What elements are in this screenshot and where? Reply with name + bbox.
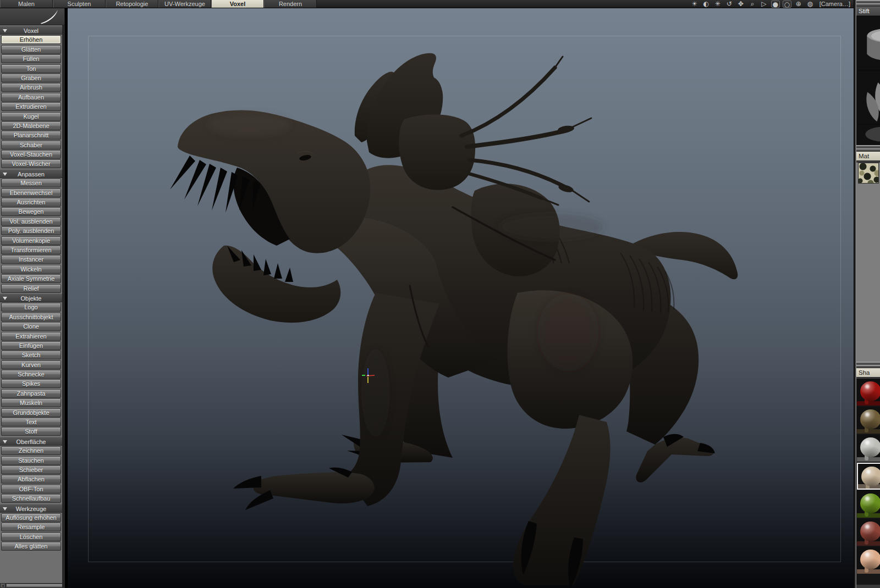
tool-button-füllen[interactable]: Füllen [1,54,61,63]
tool-button-wickeln[interactable]: Wickeln [1,265,61,274]
active-brush-preview[interactable] [0,8,65,25]
tool-button-instancer[interactable]: Instancer [1,255,61,264]
tool-button-voxel-stauchen[interactable]: Voxel-Stauchen [1,150,61,159]
section-header-objekte[interactable]: Objekte [0,293,62,302]
tool-button-auflösung-erhöhen[interactable]: Auflösung erhöhen [1,513,61,522]
viewport-3d[interactable] [68,8,854,588]
tool-button-poly-ausblenden[interactable]: Poly. ausblenden [1,226,61,235]
tool-button-ebenenwechsel[interactable]: Ebenenwechsel [1,188,61,197]
panel-splitter[interactable] [856,362,880,368]
tool-button-glätten[interactable]: Glätten [1,45,61,54]
pen-preview-cylinder[interactable] [857,17,880,70]
tool-button-2d-malebene[interactable]: 2D-Malebene [1,121,61,130]
brightness-icon[interactable]: ☀ [690,1,699,8]
tool-button-aufbauen[interactable]: Aufbauen [1,93,61,102]
tool-button-spikes[interactable]: Spikes [1,379,61,388]
shader-white-stone[interactable] [857,435,880,462]
tool-button-obf-ton[interactable]: OBF-Ton [1,485,61,493]
shader-clay-beige[interactable] [857,463,880,490]
shader-sphere-preview [860,550,880,569]
tab-malen[interactable]: Malen [0,0,53,8]
panel-splitter[interactable] [856,145,880,152]
tool-button-schieber[interactable]: Schieber [1,465,61,474]
tool-button-extrahieren[interactable]: Extrahieren [1,332,61,341]
scroll-left-arrow-icon[interactable]: ◂ [1,584,5,587]
scrollbar-thumb[interactable] [6,584,63,587]
tab-retopologie[interactable]: Retopologie [106,0,158,8]
section-header-voxel[interactable]: Voxel [0,26,62,35]
tool-button-vol-ausblenden[interactable]: Vol. ausblenden [1,217,61,226]
pen-preview-dark[interactable] [857,125,880,145]
tool-button-airbrush[interactable]: Airbrush [1,83,61,92]
tool-button-zeichnen[interactable]: Zeichnen [1,446,61,455]
wire-sphere-toggle-icon[interactable]: ○ [783,1,791,8]
pan-view-icon[interactable]: ✥ [736,1,745,8]
tab-sculpten[interactable]: Sculpten [53,0,106,8]
shaded-sphere-toggle-icon[interactable]: ● [771,1,780,8]
tool-button-alles-glätten[interactable]: Alles glätten [1,542,61,551]
tool-button-relief[interactable]: Relief [1,284,61,293]
tool-button-muskeln[interactable]: Muskeln [1,398,61,407]
tool-button-extrudieren[interactable]: Extrudieren [1,102,61,111]
shader-red-glossy[interactable] [857,379,880,406]
shader-gold-stone[interactable] [857,407,880,434]
tool-button-ton[interactable]: Ton [1,64,61,73]
pointer-mode-icon[interactable]: ▷ [760,1,768,8]
tool-button-ausschnittobjekt[interactable]: Ausschnittobjekt [1,313,61,321]
focus-point-icon[interactable]: ⊕ [794,1,803,8]
tool-button-resample[interactable]: Resample [1,523,61,531]
shader-maroon[interactable] [857,519,880,546]
rotate-view-icon[interactable]: ↺ [725,1,734,8]
materials-panel-header[interactable]: Mat [856,152,880,161]
tool-button-stoff[interactable]: Stoff [1,427,61,436]
tool-button-bewegen[interactable]: Bewegen [1,207,61,216]
trackball-icon[interactable]: ◍ [806,1,815,8]
panel-grip[interactable] [856,0,880,7]
tool-button-sketch[interactable]: Sketch [1,351,61,359]
shader-sphere-preview [861,467,880,486]
tool-button-kugel[interactable]: Kugel [1,112,61,121]
tool-button-ausrichten[interactable]: Ausrichten [1,198,61,207]
tab-uv-werkzeuge[interactable]: UV-Werkzeuge [158,0,211,8]
shader-skin-peach[interactable] [857,547,880,574]
tool-button-zahnpasta[interactable]: Zahnpasta [1,389,61,398]
section-header-anpassen[interactable]: Anpassen [0,169,62,178]
sidebar-horizontal-scrollbar[interactable]: ◂ [0,583,65,588]
tool-button-schaber[interactable]: Schaber [1,141,61,149]
pens-panel-header[interactable]: Stift [856,7,880,16]
tool-button-planarschnitt[interactable]: Planarschnitt [1,131,61,140]
tool-button-stauchen[interactable]: Stauchen [1,456,61,465]
tool-button-abflachen[interactable]: Abflachen [1,475,61,484]
viewport-toolbar: ☀◐✳↺✥⌕▷●○⊕◍[Camera…] [690,0,854,8]
tab-voxel[interactable]: Voxel [211,0,264,8]
tool-button-transformieren[interactable]: Transformieren [1,246,61,254]
pen-preview-petals[interactable] [857,71,880,124]
tool-button-löschen[interactable]: Löschen [1,532,61,541]
collapse-arrow-icon [3,173,7,176]
tool-button-graben[interactable]: Graben [1,74,61,82]
tool-button-text[interactable]: Text [1,418,61,426]
tool-button-schnellaufbau[interactable]: Schnellaufbau [1,494,61,503]
tool-button-volumenkopie[interactable]: Volumenkopie [1,236,61,245]
tool-button-logo[interactable]: Logo [1,303,61,312]
glare-icon[interactable]: ✳ [713,1,722,8]
shaders-panel-header[interactable]: Sha [856,368,880,378]
tool-button-voxel-wischer[interactable]: Voxel-Wischer [1,159,61,168]
camera-mode-label[interactable]: [Camera…] [817,1,850,7]
tool-button-schnecke[interactable]: Schnecke [1,370,61,379]
material-camouflage[interactable] [858,163,879,184]
shader-floor [857,513,880,518]
tool-button-grundobjekte[interactable]: Grundobjekte [1,408,61,417]
tool-button-clone[interactable]: Clone [1,322,61,331]
tool-button-kurven[interactable]: Kurven [1,360,61,369]
section-header-oberfläche[interactable]: Oberfläche [0,437,62,446]
contrast-icon[interactable]: ◐ [702,1,711,8]
zoom-view-icon[interactable]: ⌕ [748,1,757,8]
tab-rendern[interactable]: Rendern [264,0,317,8]
section-header-werkzeuge[interactable]: Werkzeuge [0,504,62,513]
tool-button-axiale-symmetrie[interactable]: Axiale Symmetrie [1,274,61,283]
tool-button-messen[interactable]: Messen [1,179,61,187]
tool-button-einfügen[interactable]: Einfügen [1,341,61,350]
tool-button-erhöhen[interactable]: Erhöhen [1,35,61,44]
shader-green[interactable] [857,491,880,518]
